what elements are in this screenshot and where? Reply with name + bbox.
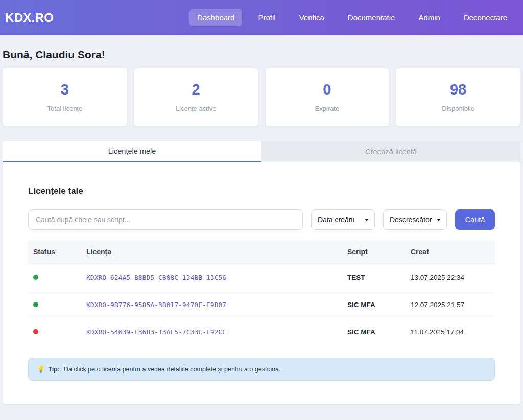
sort-field-select[interactable]: Data creării [311,209,375,230]
filters-row: Data creării Descrescător Caută [28,209,495,230]
script-name: TEST [342,264,406,291]
stat-value-active: 2 [192,82,200,97]
stat-card-total: 3 Total licențe [3,68,127,127]
table-header-row: Status Licența Script Creat [28,240,495,264]
licenses-panel: Licențele tale Data creării Descrescător… [3,162,520,404]
tip-text: Dă click pe o licență pentru a vedea det… [64,366,281,373]
stat-card-expired: 0 Expirate [265,68,390,127]
table-row[interactable]: KDXRO-9B776-9585A-3B017-9470F-E9B07 SIC … [28,291,495,318]
licenses-table: Status Licența Script Creat KDXRO-624A5-… [28,240,495,345]
status-dot [33,275,38,280]
chevron-down-icon [437,219,441,221]
nav-item-documentatie[interactable]: Documentatie [340,9,403,26]
stat-label-total: Total licențe [47,105,83,112]
header-status: Status [28,240,81,264]
brand-logo[interactable]: KDX.RO [5,11,54,25]
sort-order-value: Descrescător [390,216,432,224]
header-script: Script [342,240,406,264]
table-row[interactable]: KDXRO-54639-E36B3-13AE5-7C33C-F92CC SIC … [28,318,495,345]
panel-title: Licențele tale [28,186,495,196]
stat-value-expired: 0 [323,82,331,97]
stat-label-available: Disponibile [442,105,474,112]
stat-value-total: 3 [61,82,69,97]
stats-row: 3 Total licențe 2 Licențe active 0 Expir… [3,68,520,127]
script-name: SIC MFA [342,291,406,318]
nav-item-deconectare[interactable]: Deconectare [456,9,515,26]
sort-field-value: Data creării [318,216,354,224]
stat-value-available: 98 [450,82,466,97]
header-license: Licența [81,240,342,264]
stat-card-active: 2 Licențe active [134,68,258,127]
nav-item-admin[interactable]: Admin [411,9,448,26]
status-dot [33,329,38,334]
license-key-link[interactable]: KDXRO-9B776-9585A-3B017-9470F-E9B07 [86,301,226,309]
header-created: Creat [406,240,495,264]
nav-item-profil[interactable]: Profil [250,9,283,26]
tab-create-license[interactable]: Creează licență [262,141,520,162]
created-date: 12.07.2025 21:57 [406,291,495,318]
search-button[interactable]: Caută [455,209,495,230]
lightbulb-icon: 💡 [37,365,45,373]
tip-banner: 💡 Tip: Dă click pe o licență pentru a ve… [28,358,495,381]
license-key-link[interactable]: KDXRO-54639-E36B3-13AE5-7C33C-F92CC [86,328,226,336]
main-content: Bună, Claudiu Sora! 3 Total licențe 2 Li… [0,35,523,404]
page-greeting: Bună, Claudiu Sora! [3,49,520,61]
status-dot [33,302,38,307]
created-date: 11.07.2025 17:04 [406,318,495,345]
navbar: KDX.RO Dashboard Profil Verifica Documen… [0,0,523,35]
script-name: SIC MFA [342,318,406,345]
stat-label-expired: Expirate [315,105,340,112]
tab-my-licenses[interactable]: Licențele mele [3,141,262,162]
stat-card-available: 98 Disponibile [396,68,520,127]
table-row[interactable]: KDXRO-624A5-B8BD5-CB88C-134BB-13C56 TEST… [28,264,495,291]
tip-label: Tip: [48,366,60,373]
chevron-down-icon [365,219,369,221]
nav-item-verifica[interactable]: Verifica [292,9,332,26]
tab-bar: Licențele mele Creează licență [3,141,520,162]
stat-label-active: Licențe active [176,105,217,112]
created-date: 13.07.2025 22:34 [406,264,495,291]
nav-menu: Dashboard Profil Verifica Documentatie A… [189,9,515,26]
nav-item-dashboard[interactable]: Dashboard [189,9,242,26]
sort-order-select[interactable]: Descrescător [383,209,447,230]
license-key-link[interactable]: KDXRO-624A5-B8BD5-CB88C-134BB-13C56 [86,274,226,282]
search-input[interactable] [28,209,303,230]
